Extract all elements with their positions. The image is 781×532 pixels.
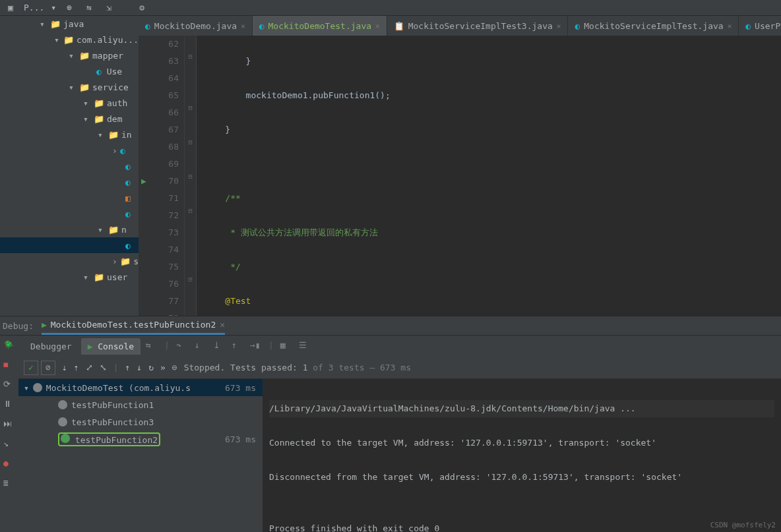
breakpoint-icon[interactable]: ● (3, 458, 15, 470)
project-tree[interactable]: ▾📁java ▾📁com.aliyu... ▾📁mapper ◐ Use ▾📁s… (0, 16, 139, 316)
main-toolbar: ▣ P... ▾ ⊕ ⇆ ⇲ ⚙ (0, 0, 781, 16)
tree-s[interactable]: s (133, 256, 139, 266)
tree-n[interactable]: n (121, 225, 127, 235)
test-status-text: Stopped. Tests passed: 1 of 3 tests – 67… (184, 363, 411, 372)
more-h-icon[interactable]: » (160, 363, 166, 372)
test-item-pass[interactable]: testPubFunction2 673 ms (18, 430, 263, 448)
tree-use[interactable]: Use (107, 67, 122, 76)
debug-side-toolbar: 🪲 ◼ ⟳ ⏸ ⏭ ↘ ● ≣ (0, 336, 18, 532)
step-out-icon[interactable]: ↑ (232, 340, 243, 352)
step-into-icon[interactable]: ↓ (195, 340, 206, 352)
close-icon[interactable]: ✕ (241, 22, 245, 30)
test-item[interactable]: testPubFunction1 (18, 396, 263, 413)
main-area: ▾📁java ▾📁com.aliyu... ▾📁mapper ◐ Use ▾📁s… (0, 16, 781, 532)
skip-icon[interactable]: ⏭ (3, 419, 15, 430)
debug-subtabs: Debugger ▶ Console ⇆ | ↷ ↓ ⤓ ↑ →▮ | ▦ ☰ (18, 336, 781, 357)
debug-header: Debug: ▶ MockitoDemoTest.testPubFunction… (0, 316, 781, 336)
debug-title: Debug: (3, 321, 34, 331)
pause-icon[interactable]: ⏸ (3, 399, 15, 411)
tree-com[interactable]: com.aliyu... (77, 35, 139, 45)
tree-in[interactable]: in (121, 130, 132, 140)
tree-dem[interactable]: dem (107, 114, 122, 124)
wrap-icon[interactable]: ⇆ (146, 340, 158, 352)
stop-icon[interactable]: ◼ (3, 359, 15, 371)
watermark: CSDN @mofsfely2 (710, 521, 776, 529)
tab-userpayser[interactable]: ◐UserPaySer (739, 16, 781, 36)
skip-icon (58, 400, 67, 409)
pass-icon (61, 434, 70, 443)
tree-selected-item[interactable]: ◐ (0, 237, 139, 253)
force-step-icon[interactable]: ⤓ (213, 340, 225, 352)
settings-icon[interactable]: ≣ (3, 478, 15, 490)
tab-console[interactable]: ▶ Console (81, 338, 141, 355)
debug-status-bar: ✓ ⊘ ⇣ ⇡ ⤢ ⤡ | ↑ ↓ ↻ » ⊖ Stopped. Tests p… (18, 357, 781, 379)
down-arrow-icon[interactable]: ↓ (137, 363, 142, 372)
tab-serviceimpl[interactable]: ◐MockitoServiceImplTest.java✕ (568, 16, 739, 36)
box-icon[interactable]: ▣ (4, 1, 17, 15)
editor-tabs: ◐MockitoDemo.java✕ ◐MockitoDemoTest.java… (139, 16, 781, 36)
close-icon[interactable]: ✕ (557, 22, 561, 30)
run-gutter-icon[interactable]: ▶ (141, 173, 146, 190)
close-icon[interactable]: ✕ (375, 22, 380, 30)
close-icon[interactable]: ✕ (220, 320, 225, 330)
close-icon[interactable]: ✕ (728, 22, 732, 30)
sort-up-icon[interactable]: ⇡ (74, 363, 79, 372)
editor-zone: ◐MockitoDemo.java✕ ◐MockitoDemoTest.java… (139, 16, 781, 316)
project-label[interactable]: P... (24, 3, 44, 13)
tree-java[interactable]: java (63, 19, 84, 29)
test-highlight: testPubFunction2 (58, 432, 160, 446)
tree-auth[interactable]: auth (107, 98, 127, 108)
console-output[interactable]: /Library/Java/JavaVirtualMachines/zulu-8… (263, 379, 781, 532)
tree-mapper[interactable]: mapper (92, 51, 123, 61)
test-tree[interactable]: ▾ MockitoDemoTest (com.aliyu.s 673 ms te… (18, 379, 263, 532)
frames-icon[interactable]: ☰ (299, 340, 311, 352)
evaluate-icon[interactable]: ▦ (280, 340, 292, 352)
pass-filter-icon[interactable]: ✓ (24, 361, 38, 375)
tab-serviceimpl3[interactable]: 📋MockitoServiceImplTest3.java✕ (387, 16, 569, 36)
minus-circle-icon: ⊖ (172, 363, 177, 372)
minus-icon (33, 383, 42, 392)
tab-mockitodemo[interactable]: ◐MockitoDemo.java✕ (139, 16, 253, 36)
skip-icon (58, 417, 67, 427)
code-area[interactable]: } mockitoDemo1.pubFunction1(); } /** * 测… (197, 36, 781, 316)
loop-icon[interactable]: ↻ (148, 363, 154, 372)
up-arrow-icon[interactable]: ↑ (125, 363, 130, 372)
ignore-filter-icon[interactable]: ⊘ (41, 361, 55, 375)
tab-mockitodemotest[interactable]: ◐MockitoDemoTest.java✕ (253, 16, 387, 36)
tree-service[interactable]: service (92, 82, 129, 92)
run-cursor-icon[interactable]: →▮ (250, 340, 262, 352)
code-editor[interactable]: 62 63 64 65 66 67 68 69 ▶70 71 72 73 74 … (139, 36, 781, 316)
resume-icon[interactable]: ⟳ (3, 379, 15, 391)
line-gutter: 62 63 64 65 66 67 68 69 ▶70 71 72 73 74 … (139, 36, 185, 316)
test-root[interactable]: ▾ MockitoDemoTest (com.aliyu.s 673 ms (18, 379, 263, 396)
test-item[interactable]: testPubFunction3 (18, 413, 263, 430)
fold-gutter: ⊟ ⊟⊟ ⊟⊟ ⊟ (185, 36, 197, 316)
tab-debugger[interactable]: Debugger (24, 338, 78, 355)
step-over-icon[interactable]: ↷ (176, 340, 188, 352)
debug-run-tab[interactable]: ▶ MockitoDemoTest.testPubFunction2 ✕ (42, 316, 225, 335)
tree-user[interactable]: user (107, 272, 127, 282)
sort-down-icon[interactable]: ⇣ (62, 363, 67, 372)
expand-icon[interactable]: ⤢ (86, 363, 93, 372)
more-icon[interactable]: ↘ (3, 438, 15, 450)
filter-icon[interactable]: ⇆ (82, 1, 96, 15)
target-icon[interactable]: ⊕ (63, 1, 76, 15)
collapse-icon[interactable]: ⤡ (100, 363, 107, 372)
collapse-icon[interactable]: ⇲ (102, 1, 115, 15)
bug-icon[interactable]: 🪲 (3, 340, 15, 351)
gear-icon[interactable]: ⚙ (135, 1, 148, 15)
